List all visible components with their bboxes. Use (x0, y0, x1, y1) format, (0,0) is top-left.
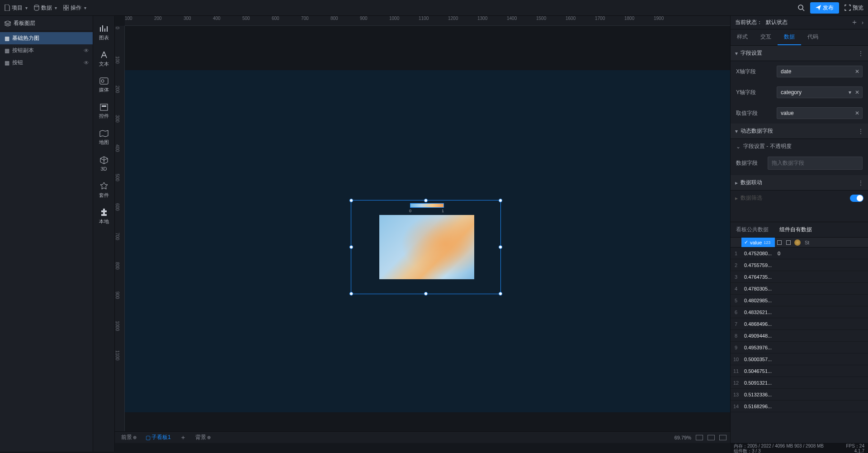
tab-style[interactable]: 样式 (731, 29, 754, 45)
tab-data[interactable]: 数据 (778, 29, 801, 45)
tool-control[interactable]: 控件 (93, 98, 114, 124)
data-row[interactable]: 20.4755759... (731, 259, 868, 271)
section-fields[interactable]: ▾ 字段设置 ⋮ (731, 46, 868, 61)
tool-label: 地图 (99, 139, 109, 146)
more-icon[interactable]: ⋮ (858, 128, 863, 134)
resize-handle-bl[interactable] (349, 292, 353, 296)
canvas-tabs: 前景 ⊕ ▢ 子看板1 ＋ 背景 ⊕ 69.79% (115, 431, 730, 443)
menu-project-label: 项目 (12, 4, 23, 12)
more-icon[interactable]: ⋮ (858, 180, 863, 186)
tool-media[interactable]: 媒体 (93, 72, 114, 98)
data-row[interactable]: 90.4953976... (731, 342, 868, 353)
zoom-level[interactable]: 69.79% (675, 435, 691, 440)
canvas-stage[interactable]: 0 1 (125, 26, 730, 431)
value-field-input[interactable]: value ✕ (777, 107, 863, 119)
col-st: St (802, 238, 812, 247)
data-tab-own[interactable]: 组件自有数据 (774, 222, 817, 237)
row-value: 0.4832621... (741, 310, 775, 315)
menu-ops[interactable]: 操作 (63, 4, 86, 12)
tab-interact[interactable]: 交互 (754, 29, 778, 45)
data-row[interactable]: 70.4868496... (731, 318, 868, 330)
tab-foreground[interactable]: 前景 ⊕ (118, 434, 139, 441)
selected-component[interactable]: 0 1 (351, 200, 501, 294)
section-dynamic[interactable]: ▾ 动态数据字段 ⋮ (731, 124, 868, 139)
tool-kit[interactable]: 套件 (93, 177, 114, 203)
data-row[interactable]: 80.4909448... (731, 330, 868, 342)
menu-project[interactable]: 项目 (5, 4, 28, 12)
data-row[interactable]: 120.5091321... (731, 377, 868, 389)
chevron-down-icon (54, 5, 57, 11)
clear-icon[interactable]: ✕ (855, 68, 859, 75)
data-row[interactable]: 110.5046751... (731, 365, 868, 377)
section-filter[interactable]: ▸ 数据筛选 (731, 191, 868, 205)
data-field-input[interactable]: 拖入数据字段 (768, 157, 863, 170)
data-rows[interactable]: 10.4752080...020.4755759...30.4764735...… (731, 248, 868, 443)
layer-label: 基础热力图 (12, 34, 39, 42)
preview-button[interactable]: 预览 (844, 4, 863, 12)
row-index: 4 (731, 286, 741, 291)
clear-icon[interactable]: ✕ (855, 89, 859, 95)
col-box-icon[interactable] (775, 240, 784, 245)
tab-code[interactable]: 代码 (801, 29, 825, 45)
svg-rect-4 (66, 8, 69, 10)
y-field-input[interactable]: category ▾ ✕ (777, 86, 863, 98)
tool-map[interactable]: 地图 (93, 124, 114, 151)
dropdown-icon[interactable]: ▾ (849, 89, 851, 95)
tool-chart[interactable]: 图表 (93, 19, 114, 46)
preview-label: 预览 (853, 4, 863, 12)
chevron-right-icon[interactable]: › (862, 19, 863, 26)
add-tab-button[interactable]: ＋ (177, 434, 189, 442)
x-field-label: X轴字段 (736, 68, 772, 76)
data-row[interactable]: 130.5132336... (731, 389, 868, 401)
visibility-icon[interactable]: 👁 (84, 60, 89, 66)
data-row[interactable]: 40.4780305... (731, 283, 868, 295)
tab-background[interactable]: 背景 ⊕ (193, 434, 213, 441)
data-row[interactable]: 50.4802985... (731, 295, 868, 306)
data-row[interactable]: 140.5168296... (731, 401, 868, 412)
resize-handle-tm[interactable] (424, 199, 428, 202)
resize-handle-ml[interactable] (349, 245, 353, 249)
row-index: 5 (731, 298, 741, 303)
layer-item-1[interactable]: ▦按钮副本👁 (0, 44, 93, 57)
resize-handle-mr[interactable] (499, 245, 502, 249)
tab-foreground-label: 前景 (121, 434, 132, 441)
add-state-button[interactable]: ＋ (851, 18, 858, 27)
search-icon[interactable] (797, 4, 805, 11)
tool-cube[interactable]: 3D (93, 151, 114, 177)
visibility-icon[interactable]: 👁 (84, 48, 89, 54)
view-mode-2-icon[interactable] (708, 435, 715, 440)
more-icon[interactable]: ⋮ (858, 50, 863, 57)
resize-handle-br[interactable] (499, 292, 502, 296)
layer-item-0[interactable]: ▦基础热力图 (0, 32, 93, 44)
tab-sub-board[interactable]: ▢ 子看板1 (143, 434, 174, 441)
circle-plus-icon[interactable]: ⊕ (133, 435, 137, 440)
state-value[interactable]: 默认状态 (766, 19, 788, 26)
publish-button[interactable]: 发布 (810, 2, 839, 14)
cube-icon (100, 156, 108, 164)
tool-plugin[interactable]: 本地 (93, 203, 114, 229)
resize-handle-tl[interactable] (349, 199, 353, 202)
tool-text[interactable]: 文本 (93, 46, 114, 72)
view-mode-1-icon[interactable] (696, 435, 703, 440)
view-mode-3-icon[interactable] (719, 435, 726, 440)
filter-toggle[interactable] (850, 195, 863, 202)
resize-handle-bm[interactable] (424, 292, 428, 296)
data-row[interactable]: 60.4832621... (731, 306, 868, 318)
x-field-input[interactable]: date ✕ (777, 66, 863, 77)
data-tab-public[interactable]: 看板公共数据 (731, 222, 774, 237)
svg-rect-2 (66, 5, 69, 7)
data-row[interactable]: 10.4752080...0 (731, 248, 868, 259)
layer-item-2[interactable]: ▦按钮👁 (0, 57, 93, 69)
circle-plus-icon[interactable]: ⊕ (207, 435, 211, 440)
col-box2-icon[interactable] (784, 240, 793, 245)
col-swirl-icon[interactable] (793, 239, 802, 246)
data-row[interactable]: 100.5000357... (731, 353, 868, 365)
chart-icon (99, 24, 108, 33)
section-link[interactable]: ▸ 数据联动 ⋮ (731, 175, 868, 191)
resize-handle-tr[interactable] (499, 199, 502, 202)
clear-icon[interactable]: ✕ (855, 110, 859, 116)
data-row[interactable]: 30.4764735... (731, 271, 868, 283)
col-value[interactable]: ✓ value 123 (741, 238, 775, 247)
sub-opacity-head[interactable]: ⌄ 字段设置 - 不透明度 (735, 139, 863, 154)
menu-data[interactable]: 数据 (34, 4, 57, 12)
